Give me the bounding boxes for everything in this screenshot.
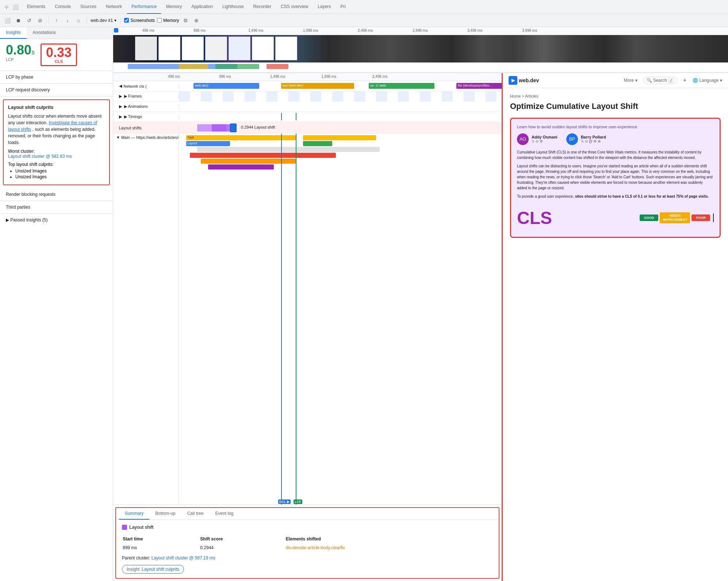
tab-memory[interactable]: Memory [162, 0, 186, 14]
animations-content [179, 102, 502, 112]
tab-layers[interactable]: Layers [313, 0, 335, 14]
layout-shift-culprits-expanded: Layout shift culprits Layout shifts occu… [3, 99, 110, 185]
lcp-line [296, 134, 296, 505]
passed-insights[interactable]: ▶ Passed insights (5) [0, 214, 113, 226]
tab-summary[interactable]: Summary [119, 508, 149, 520]
tab-css-overview[interactable]: CSS overview [276, 0, 313, 14]
tab-annotations[interactable]: Annotations [27, 27, 61, 39]
memory-checkbox[interactable] [157, 18, 162, 23]
col-elements: Elements shifted [286, 535, 492, 543]
timings-content [179, 112, 502, 122]
cls-metric-box: 0.33 CLS [41, 43, 77, 66]
record-stop-button[interactable]: ⬜ [3, 16, 12, 25]
timing-marker-lcp [296, 113, 296, 120]
cls-poor: POOR [691, 214, 710, 221]
nav-icon-group: ⊹ ⬜ [3, 3, 19, 11]
dcl-label: DCL ▶ [278, 500, 291, 504]
article-intro: Learn how to avoid sudden layout shifts … [517, 125, 714, 129]
network-cls-expand[interactable]: ◀ [119, 84, 122, 88]
separator-3 [120, 17, 120, 24]
culprit-item-2: Unsized Images [15, 174, 105, 179]
col-start-time: Start time [123, 535, 199, 543]
screenshots-checkbox[interactable] [124, 18, 129, 23]
tab-pri[interactable]: Pri [336, 0, 350, 14]
breadcrumb: Home > Articles [510, 94, 721, 98]
parent-cluster-label: Parent cluster: [122, 555, 150, 561]
tab-network[interactable]: Network [101, 0, 126, 14]
insight-tag[interactable]: Insight Layout shift culprits [122, 565, 184, 574]
memory-group: Memory [157, 18, 179, 23]
animations-arrow[interactable]: ▶ [119, 104, 122, 109]
screenshot-thumbnails [135, 37, 297, 60]
ls-marker-selected[interactable] [230, 124, 237, 132]
ruler-tick-6: 2,996 ms [413, 29, 428, 33]
more-button[interactable]: ⊕ [192, 16, 201, 25]
third-parties-item[interactable]: Third parties [0, 201, 113, 214]
thumb-3 [182, 37, 204, 60]
flame-6 [190, 153, 336, 158]
language-btn[interactable]: 🌐 Language ▾ [693, 78, 722, 83]
inspect-icon[interactable]: ⊹ [3, 3, 10, 11]
parent-cluster-link[interactable]: Layout shift cluster @ 587.19 ms [152, 555, 215, 561]
tab-recorder[interactable]: Recorder [249, 0, 276, 14]
tab-elements[interactable]: Elements [23, 0, 50, 14]
frames-arrow[interactable]: ▶ [119, 94, 122, 99]
tab-event-log[interactable]: Event log [209, 508, 239, 520]
frames-content [179, 91, 502, 102]
upload-button[interactable]: ↑ [52, 16, 61, 25]
timeline-ruler-2: 496 ms 996 ms 1,496 ms 1,996 ms 2,496 ms [113, 73, 502, 81]
worst-cluster-link[interactable]: Layout shift cluster @ 582.83 ms [8, 154, 72, 159]
search-bar[interactable]: 🔍 Search / [643, 77, 677, 84]
url-label: web.dev #1 [91, 18, 113, 23]
settings-button[interactable]: ⚙ [181, 16, 190, 25]
url-dropdown-icon[interactable]: ▾ [114, 18, 116, 23]
separator-1 [48, 17, 49, 24]
home-button[interactable]: ⌂ [74, 16, 83, 25]
render-blocking-title: Render blocking requests [6, 192, 107, 197]
nav-items: More ▾ 🔍 Search / ☀ 🌐 Language ▾ [624, 77, 722, 84]
bottom-content: Layout shift Start time Shift score Elem… [116, 520, 499, 578]
left-panel: Insights Annotations 0.80s LCP 0.33 CLS … [0, 27, 113, 581]
body-text-3: To provide a good user experience, sites… [517, 194, 714, 199]
reload-button[interactable]: ↺ [25, 16, 34, 25]
cls-needs: NEEDSIMPROVEMENT [660, 212, 690, 223]
third-parties-title: Third parties [6, 205, 107, 210]
record-button[interactable]: ⏺ [14, 16, 23, 25]
lcp-by-phase-item[interactable]: LCP by phase [0, 71, 113, 84]
render-blocking-item[interactable]: Render blocking requests [0, 188, 113, 201]
webdev-navbar: ▶ web.dev More ▾ 🔍 Search / ☀ 🌐 Language… [503, 73, 728, 88]
tab-console[interactable]: Console [50, 0, 75, 14]
brightness-btn[interactable]: ☀ [683, 78, 687, 83]
tab-bottom-up[interactable]: Bottom-up [149, 508, 181, 520]
tab-call-tree[interactable]: Call tree [181, 508, 210, 520]
timings-label: ▶ ▶ Timings [113, 114, 179, 119]
author-2: BP Barry Pollard 𝕏 ⊙ @ ⚙ ⊕ [566, 133, 606, 145]
device-icon[interactable]: ⬜ [12, 3, 19, 11]
ruler-start-marker [114, 28, 118, 33]
lcp-label: LCP [6, 57, 35, 62]
download-button[interactable]: ↓ [63, 16, 72, 25]
flamebar-3 [215, 64, 259, 69]
panel-tabs: Insights Annotations [0, 27, 113, 39]
article-title: Optimize Cumulative Layout Shift [510, 101, 721, 112]
parent-cluster: Parent cluster: Layout shift cluster @ 5… [122, 555, 493, 561]
lcp-request-discovery-item[interactable]: LCP request discovery [0, 84, 113, 96]
page-screenshot-panel: ▶ web.dev More ▾ 🔍 Search / ☀ 🌐 Language… [502, 73, 728, 581]
screenshot-strip [113, 35, 728, 62]
tab-performance[interactable]: Performance [127, 0, 161, 14]
nav-more[interactable]: More ▾ [624, 78, 637, 83]
thumb-2 [158, 37, 180, 60]
clear-button[interactable]: ⊘ [36, 16, 45, 25]
ruler-tick-3: 1,496 ms [248, 29, 263, 33]
cell-elements[interactable]: div.devsite-article-body.clearfix [286, 544, 492, 552]
article-content: Home > Articles Optimize Cumulative Layo… [503, 88, 728, 250]
cls-big-text: CLS [517, 208, 552, 228]
net-bar-2: iser (web.dev) [281, 83, 354, 89]
timings-arrow[interactable]: ▶ [119, 114, 122, 119]
main-layout: Insights Annotations 0.80s LCP 0.33 CLS … [0, 27, 728, 581]
tab-application[interactable]: Application [187, 0, 217, 14]
tab-sources[interactable]: Sources [76, 0, 101, 14]
tab-lighthouse[interactable]: Lighthouse [218, 0, 248, 14]
tab-insights[interactable]: Insights [0, 27, 27, 39]
main-track-label: ▼ Main — https://web.dev/articles/optim [113, 134, 179, 505]
